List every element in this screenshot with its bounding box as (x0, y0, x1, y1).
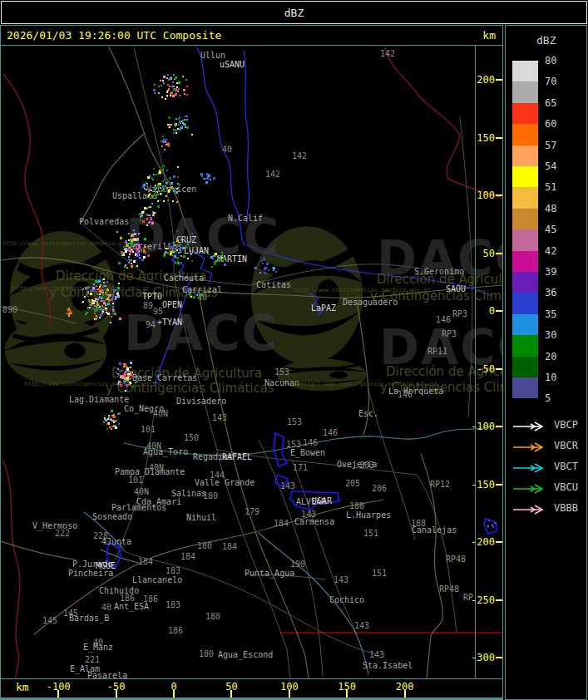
x-tick-mark (289, 690, 290, 698)
x-axis-unit-label: km (16, 681, 29, 693)
vbct-arrow-icon (512, 463, 546, 473)
legend-title: dBZ (536, 34, 556, 47)
colorbar-label: 57 (545, 140, 556, 151)
colorbar-label: 35 (545, 308, 556, 320)
colorbar-label: 10 (545, 372, 556, 383)
colorbar-label: 80 (545, 55, 556, 67)
vector-legend-label: VBCP (554, 419, 578, 431)
vector-legend-row-vbct: VBCT (512, 461, 546, 472)
colorbar-segment-39 (512, 272, 538, 293)
colorbar-segment-20 (512, 357, 538, 377)
y-tick-mark (496, 484, 502, 486)
y-tick-mark (496, 310, 502, 312)
x-axis: km -100-50050100150200 (1, 679, 502, 699)
colorbar-segment-10 (512, 377, 538, 398)
colorbar-segment-36 (512, 293, 538, 313)
colorbar-label: 51 (545, 181, 556, 193)
colorbar-label: 39 (545, 266, 556, 278)
y-tick-mark (496, 79, 502, 81)
colorbar-segment-80 (512, 61, 538, 81)
colorbar-segment-48 (512, 209, 538, 229)
colorbar-segment-60 (512, 124, 538, 145)
legend-panel: dBZ 807065605754514845423936353020105 VB… (505, 25, 587, 700)
y-tick-label: -200 (467, 536, 495, 548)
vector-legend-label: VBBB (554, 502, 578, 514)
radar-map[interactable]: DACCDirección de Agriculturay Contingenc… (1, 46, 502, 679)
vector-legend-label: VBCU (554, 481, 578, 493)
vbbb-arrow-icon (512, 505, 546, 515)
timestamp-bar: 2026/01/03 19:26:00 UTC Composite km (1, 26, 502, 46)
colorbar-label: 70 (545, 76, 556, 87)
y-tick-label: 100 (467, 190, 495, 201)
colorbar-segment-35 (512, 314, 538, 335)
timestamp: 2026/01/03 19:26:00 UTC Composite (7, 29, 221, 42)
colorbar-label: 36 (545, 287, 556, 298)
colorbar-segment-54 (512, 166, 538, 187)
colorbar-label: 42 (545, 245, 556, 257)
colorbar-segment-57 (512, 145, 538, 166)
y-tick-mark (496, 599, 502, 601)
y-axis: 200150100500-50-100-150-200-250-300 (1, 46, 502, 678)
y-tick-label: -300 (467, 652, 495, 663)
title-bar: dBZ (1, 1, 587, 24)
y-tick-mark (496, 657, 502, 658)
colorbar-segment-70 (512, 81, 538, 102)
colorbar-label: 30 (545, 329, 556, 341)
colorbar-label: 54 (545, 160, 556, 172)
colorbar-segment-65 (512, 103, 538, 124)
x-tick-mark (230, 690, 232, 698)
vbcu-arrow-icon (512, 484, 546, 494)
y-tick-label: -150 (467, 479, 495, 490)
y-tick-label: -50 (467, 363, 495, 375)
vector-legend-row-vbbb: VBBB (512, 502, 546, 514)
y-tick-label: -100 (467, 421, 495, 432)
colorbar-label: 60 (545, 118, 556, 130)
vector-legend-row-vbcr: VBCR (512, 440, 546, 451)
colorbar-label: 20 (545, 351, 556, 362)
x-tick-mark (116, 690, 117, 698)
x-tick-mark (346, 690, 348, 698)
vbcr-arrow-icon (512, 442, 546, 452)
colorbar-label: 5 (545, 392, 551, 404)
colorbar-segment-51 (512, 187, 538, 208)
vector-legend-row-vbcu: VBCU (512, 481, 546, 493)
y-tick-mark (496, 137, 502, 139)
x-tick-mark (173, 690, 175, 698)
page-title: dBZ (284, 7, 304, 19)
y-tick-label: 150 (467, 132, 495, 144)
vector-legend-row-vbcp: VBCP (512, 419, 546, 431)
vector-legend-label: VBCR (554, 440, 578, 451)
y-tick-mark (496, 426, 502, 427)
y-tick-label: 50 (467, 248, 495, 259)
colorbar-segment-45 (512, 229, 538, 250)
bottom-border (0, 698, 503, 699)
y-tick-label: 200 (467, 74, 495, 86)
y-tick-mark (496, 195, 502, 196)
colorbar-label: 65 (545, 97, 556, 109)
vbcp-arrow-icon (512, 421, 546, 431)
colorbar-label: 45 (545, 224, 556, 235)
y-axis-unit-label: km (482, 29, 496, 42)
map-panel: 2026/01/03 19:26:00 UTC Composite km (0, 25, 503, 700)
radar-app: { "title_bar": { "title": "dBZ" }, "map"… (0, 0, 588, 700)
colorbar-label: 48 (545, 203, 556, 214)
y-tick-mark (496, 253, 502, 254)
colorbar-segment-42 (512, 251, 538, 272)
x-tick-mark (404, 690, 406, 698)
x-tick-mark (57, 690, 59, 698)
colorbar-segment-30 (512, 335, 538, 356)
y-tick-label: -250 (467, 594, 495, 606)
vector-legend-label: VBCT (554, 461, 578, 472)
y-tick-mark (496, 368, 502, 370)
y-tick-label: 0 (467, 305, 495, 317)
y-tick-mark (496, 541, 502, 543)
